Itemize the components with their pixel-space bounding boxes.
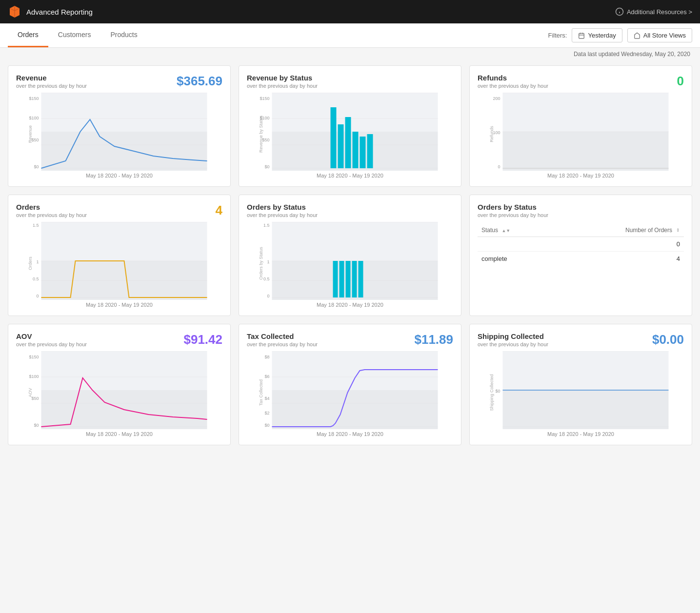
svg-rect-6 (41, 132, 207, 171)
svg-text:$0: $0 (34, 164, 39, 169)
filters-area: Filters: Yesterday All Store Views (548, 28, 692, 42)
svg-rect-41 (367, 134, 373, 168)
svg-text:$100: $100 (29, 374, 39, 379)
orders-by-status-chart-header: Orders by Status over the previous day b… (247, 203, 453, 218)
svg-text:$150: $150 (29, 96, 39, 101)
revenue-by-status-header: Revenue by Status over the previous day … (247, 74, 453, 89)
refunds-chart: 200 100 0 May 19 01:00 May 19 06:00 May … (478, 93, 684, 171)
svg-text:AOV: AOV (28, 388, 33, 397)
data-updated-bar: Data last updated Wednesday, May 20, 202… (0, 48, 700, 60)
orders-by-status-chart-title: Orders by Status (247, 203, 318, 211)
tax-collected-title: Tax Collected (247, 332, 318, 340)
orders-value: 4 (216, 203, 222, 218)
calendar-icon (578, 32, 585, 39)
revenue-by-status-title: Revenue by Status (247, 74, 318, 82)
orders-date-range: May 18 2020 - May 19 2020 (16, 302, 222, 308)
revenue-chart-svg: $150 $100 $50 $0 May 19 01:00 May 19 06:… (16, 93, 222, 171)
svg-text:Revenue: Revenue (28, 125, 33, 143)
shipping-collected-subtitle: over the previous day by hour (478, 341, 548, 347)
refunds-subtitle: over the previous day by hour (478, 83, 548, 89)
orders-by-status-chart-date-range: May 18 2020 - May 19 2020 (247, 302, 453, 308)
tab-customers[interactable]: Customers (48, 23, 101, 47)
svg-text:$2: $2 (264, 411, 269, 415)
tab-products[interactable]: Products (100, 23, 147, 47)
app-title: Advanced Reporting (26, 8, 93, 16)
svg-text:$0: $0 (495, 389, 500, 394)
store-filter-button[interactable]: All Store Views (627, 28, 692, 42)
svg-text:0: 0 (267, 294, 269, 298)
svg-text:$50: $50 (262, 138, 269, 142)
svg-rect-105 (340, 261, 344, 297)
magento-logo-icon (8, 5, 21, 19)
refunds-value: 0 (677, 74, 684, 89)
shipping-collected-chart: $0 May 19 01:00 May 19 06:00 May 19 11:0… (478, 351, 684, 429)
dashboard-grid: Revenue over the previous day by hour $3… (0, 60, 700, 453)
svg-text:0.5: 0.5 (33, 277, 39, 281)
svg-text:0: 0 (498, 164, 500, 169)
orders-by-status-table-header: Orders by Status over the previous day b… (478, 203, 684, 218)
revenue-subtitle: over the previous day by hour (16, 83, 87, 89)
orders-by-status-table-subtitle: over the previous day by hour (478, 212, 548, 218)
revenue-by-status-date-range: May 18 2020 - May 19 2020 (247, 173, 453, 178)
svg-text:200: 200 (493, 96, 500, 101)
svg-rect-37 (338, 124, 344, 168)
revenue-by-status-subtitle: over the previous day by hour (247, 83, 318, 89)
table-row: complete4 (478, 252, 684, 266)
svg-text:$0: $0 (264, 164, 269, 169)
svg-text:$100: $100 (29, 116, 39, 120)
svg-rect-53 (503, 93, 669, 132)
svg-rect-107 (352, 261, 357, 297)
orders-by-status-table: Status ▲▼ Number of Orders ⇕ 0complete4 (478, 224, 684, 266)
tax-collected-card: Tax Collected over the previous day by h… (239, 324, 461, 445)
aov-value: $91.42 (183, 332, 222, 347)
aov-subtitle: over the previous day by hour (16, 341, 87, 347)
orders-chart: 1.5 1 0.5 0 May 19 01:00 May 19 06:00 Ma… (16, 222, 222, 300)
status-col-header[interactable]: Status ▲▼ (478, 224, 554, 237)
sort-arrows-count-icon: ⇕ (676, 228, 680, 233)
tax-collected-subtitle: over the previous day by hour (247, 341, 318, 347)
revenue-chart: $150 $100 $50 $0 May 19 01:00 May 19 06:… (16, 93, 222, 171)
svg-text:1: 1 (36, 259, 39, 264)
status-cell (478, 237, 554, 252)
svg-text:0.5: 0.5 (263, 277, 270, 281)
tax-collected-value: $11.89 (414, 332, 453, 347)
count-cell: 4 (554, 252, 684, 266)
orders-header: Orders over the previous day by hour 4 (16, 203, 222, 218)
aov-chart: $150 $100 $50 $0 May 19 01:00 May 19 06:… (16, 351, 222, 429)
revenue-by-status-chart: $150 $100 $50 $0 May 19 01:00 May 19 (247, 93, 453, 171)
revenue-value: $365.69 (177, 74, 222, 89)
tab-orders[interactable]: Orders (8, 23, 48, 47)
shipping-collected-header: Shipping Collected over the previous day… (478, 332, 684, 347)
svg-text:$50: $50 (31, 396, 39, 401)
svg-rect-106 (346, 261, 351, 297)
svg-rect-164 (503, 390, 669, 429)
orders-by-status-chart-subtitle: over the previous day by hour (247, 212, 318, 218)
orders-by-status-table-title: Orders by Status (478, 203, 548, 211)
filters-label: Filters: (548, 32, 567, 39)
revenue-date-range: May 18 2020 - May 19 2020 (16, 173, 222, 178)
aov-date-range: May 18 2020 - May 19 2020 (16, 431, 222, 437)
date-filter-button[interactable]: Yesterday (572, 28, 622, 42)
svg-rect-40 (360, 137, 366, 168)
svg-text:Shipping Collected: Shipping Collected (489, 374, 494, 411)
svg-text:Orders: Orders (28, 257, 33, 270)
revenue-card: Revenue over the previous day by hour $3… (8, 65, 231, 187)
svg-text:1.5: 1.5 (33, 223, 39, 228)
store-icon (634, 32, 640, 39)
svg-text:$4: $4 (264, 396, 269, 401)
svg-text:0: 0 (36, 294, 39, 298)
table-row: 0 (478, 237, 684, 252)
orders-chart-svg: 1.5 1 0.5 0 May 19 01:00 May 19 06:00 Ma… (16, 222, 222, 300)
tax-collected-header: Tax Collected over the previous day by h… (247, 332, 453, 347)
additional-resources-link[interactable]: Additional Resources > (615, 7, 692, 16)
tab-list: Orders Customers Products (8, 23, 147, 47)
top-bar-left: Advanced Reporting (8, 5, 93, 19)
svg-rect-94 (272, 222, 438, 261)
aov-card: AOV over the previous day by hour $91.42… (8, 324, 231, 445)
svg-rect-38 (345, 117, 351, 168)
count-col-header[interactable]: Number of Orders ⇕ (554, 224, 684, 237)
revenue-by-status-chart-svg: $150 $100 $50 $0 May 19 01:00 May 19 (247, 93, 453, 171)
refunds-title: Refunds (478, 74, 548, 82)
shipping-collected-title: Shipping Collected (478, 332, 548, 340)
orders-by-status-chart-svg: 1.5 1 0.5 0 May 19 01:00 May 19 06:00 (247, 222, 453, 300)
